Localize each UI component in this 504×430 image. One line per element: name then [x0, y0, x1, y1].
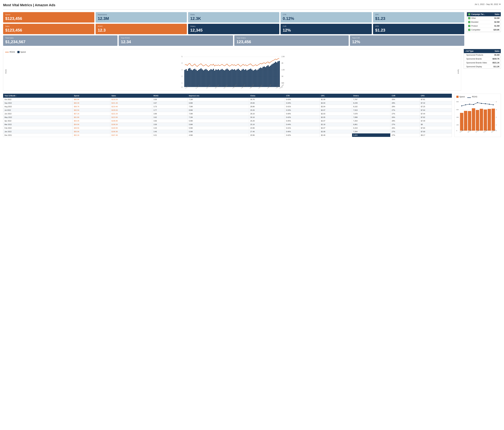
- col-roas[interactable]: ROAS: [152, 94, 188, 98]
- adtype-row-sponsored-brands: Sponsored Brands $830.7K: [464, 57, 501, 61]
- svg-text:2.5K: 2.5K: [281, 56, 285, 57]
- adtype-check-sp[interactable]: [465, 54, 466, 56]
- cell-ctr: 0.42%: [285, 116, 320, 119]
- right-chart-svg: 80K 60K 40K 20K 0 4 3 2 1 0: [456, 99, 499, 133]
- col-clicks[interactable]: Clicks: [249, 94, 285, 98]
- adtype-check-sb[interactable]: [465, 58, 466, 60]
- svg-rect-80: [261, 68, 262, 87]
- campaign-checkbox[interactable]: [468, 13, 470, 15]
- cell-ctr: 0.44%: [285, 101, 320, 105]
- col-cpc[interactable]: CPC: [320, 94, 352, 98]
- spend-label: Spend: [5, 14, 92, 16]
- svg-rect-128: [484, 110, 487, 131]
- svg-rect-122: [460, 113, 463, 131]
- cell-month: Jan 2022: [3, 130, 73, 133]
- svg-rect-92: [276, 62, 277, 87]
- cell-spend: $57.1K: [73, 112, 110, 116]
- cell-cpc: $2.49: [320, 133, 352, 137]
- cell-ctr: 0.43%: [285, 98, 320, 101]
- total-orders-value: 123,456: [236, 39, 347, 44]
- cell-sales: $219.4K: [110, 105, 152, 108]
- cpo-label: CPO: [375, 25, 462, 27]
- table-row: Apr 2022$54.4K$198.8K3.665.9M26.2K0.45%$…: [3, 119, 452, 123]
- cell-roas: 3.73: [152, 105, 188, 108]
- impressions-label: Impressions: [98, 14, 185, 16]
- orders-label: Orders: [190, 25, 277, 27]
- svg-rect-75: [255, 69, 256, 87]
- cell-cvr: 27%: [390, 133, 420, 137]
- cell-orders: 8,102: [352, 105, 390, 108]
- svg-rect-26: [194, 69, 195, 87]
- campaign-check-competitor[interactable]: [468, 29, 470, 31]
- cell-spend: $58.7K: [73, 105, 110, 108]
- svg-rect-31: [200, 68, 202, 87]
- svg-rect-72: [251, 70, 252, 87]
- campaign-check-branded[interactable]: [468, 21, 470, 23]
- campaign-value-competitor: $20.8K: [494, 29, 500, 31]
- campaign-label-other: Other: [471, 17, 476, 19]
- spend-card: Spend $123,456: [3, 12, 94, 23]
- svg-text:0: 0: [181, 86, 182, 88]
- svg-rect-56: [232, 69, 233, 87]
- campaign-check-other[interactable]: [468, 17, 470, 19]
- date-range[interactable]: Jul 1, 2022 - Sep 30, 2022 ▼: [475, 3, 501, 5]
- adtype-check-sbv[interactable]: [465, 62, 466, 64]
- cell-month: Sep 2022: [3, 101, 73, 105]
- svg-rect-45: [218, 69, 219, 87]
- table-row: Jun 2022$57.1K$222.2K3.897.0M28.1K0.40%$…: [3, 112, 452, 116]
- cell-orders: 8,239: [352, 101, 390, 105]
- cell-roas: 3.67: [152, 101, 188, 105]
- cpo-card: CPO $1.23: [373, 24, 464, 34]
- cell-cpc: $1.99: [320, 98, 352, 101]
- cell-spend: $56.9K: [73, 130, 110, 133]
- svg-rect-25: [193, 69, 194, 87]
- y-axis-left-label: ROAS: [5, 54, 7, 89]
- col-spend[interactable]: Spend: [73, 94, 110, 98]
- svg-rect-22: [189, 68, 190, 87]
- cell-ctr: 0.45%: [285, 119, 320, 123]
- campaign-value-product: $1.5M: [494, 25, 500, 27]
- cell-month: Aug 2022: [3, 105, 73, 108]
- svg-rect-27: [196, 70, 197, 87]
- svg-text:500: 500: [281, 82, 284, 84]
- svg-rect-91: [275, 62, 276, 87]
- svg-rect-48: [222, 69, 223, 87]
- campaign-check-product[interactable]: [468, 25, 470, 27]
- cell-cvr: 27%: [390, 112, 420, 116]
- legend-roas: ROAS: [10, 51, 15, 53]
- cell-cvr: 28%: [390, 119, 420, 123]
- svg-text:3: 3: [181, 69, 182, 71]
- col-orders[interactable]: Orders: [352, 94, 390, 98]
- legend-spend: Spend: [20, 51, 26, 53]
- cell-cvr: 27%: [390, 130, 420, 133]
- col-year-month[interactable]: Year & Month ↑: [3, 94, 73, 98]
- col-cvr[interactable]: CVR: [390, 94, 420, 98]
- svg-rect-54: [229, 71, 230, 87]
- svg-rect-94: [279, 61, 280, 87]
- page-title: Most Vital Metrics | Amazon Ads: [3, 3, 55, 7]
- svg-rect-79: [260, 68, 261, 87]
- svg-rect-83: [265, 67, 266, 87]
- metrics-row-2: Sales $123,456 ROAS 12.3 Orders 12,345 C…: [3, 24, 464, 34]
- svg-rect-125: [472, 108, 475, 131]
- metrics-row-3: Total Sales $1,234,567 Total ROAS 12.34 …: [3, 35, 464, 46]
- svg-rect-130: [492, 109, 495, 131]
- col-impressions[interactable]: Impressi ons: [188, 94, 249, 98]
- col-ctr[interactable]: CTR: [285, 94, 320, 98]
- cell-cvr: 27%: [390, 123, 420, 126]
- col-cpo[interactable]: CPO: [420, 94, 452, 98]
- cell-spend: $52.1K: [73, 133, 110, 137]
- svg-rect-42: [214, 71, 215, 87]
- adtype-check-sd[interactable]: [465, 65, 466, 68]
- spend-value: $123,456: [5, 16, 92, 21]
- adtype-checkbox[interactable]: [465, 50, 466, 52]
- svg-text:2K: 2K: [281, 62, 284, 64]
- cell-cpc: $2.08: [320, 130, 352, 133]
- table-row: Sep 2022$60.3K$221.3K3.676.8M29.6K0.44%$…: [3, 101, 452, 105]
- data-table: Year & Month ↑ Spend Sales ROAS Impressi…: [3, 94, 452, 137]
- col-sales[interactable]: Sales: [110, 94, 152, 98]
- chevron-down-icon: ▼: [499, 3, 501, 5]
- campaign-value-other: $3.0M: [494, 17, 500, 19]
- right-legend-roas: ROAS: [472, 96, 477, 98]
- cell-spend: $61.8K: [73, 116, 110, 119]
